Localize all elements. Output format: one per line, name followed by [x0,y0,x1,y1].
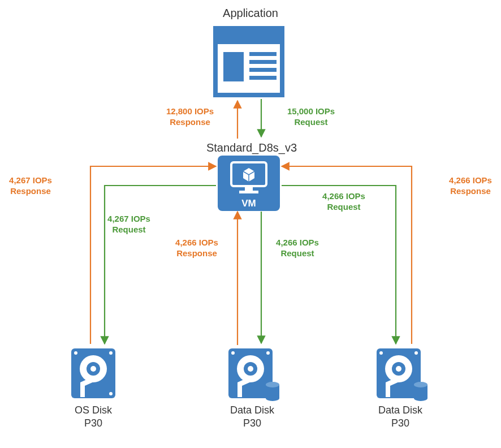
svg-rect-8 [249,60,277,64]
data-disk-1-label: Data Disk P30 [218,404,286,429]
data2-response-label: 4,266 IOPsResponse [442,175,499,197]
app-request-label: 15,000 IOPsRequest [277,106,345,128]
os-disk-icon [68,345,119,404]
svg-rect-7 [249,52,277,56]
application-icon [212,25,286,101]
svg-point-28 [248,366,253,372]
svg-point-41 [379,351,383,355]
osdisk-response-label: 4,267 IOPsResponse [2,175,59,197]
svg-point-46 [414,382,427,387]
data2-request-label: 4,266 IOPsRequest [316,191,372,213]
svg-point-22 [74,351,77,355]
svg-point-42 [414,351,418,355]
svg-rect-13 [245,186,253,191]
vm-icon: VM [218,156,280,213]
svg-point-24 [109,392,113,395]
svg-point-30 [231,351,235,355]
data-disk-2-label: Data Disk P30 [366,404,434,429]
svg-rect-6 [223,52,244,81]
osdisk-request-label: 4,267 IOPsRequest [101,214,157,235]
vm-title: Standard_D8s_v3 [201,141,303,154]
svg-point-20 [90,366,96,372]
svg-point-39 [396,366,401,372]
data1-request-label: 4,266 IOPsRequest [269,238,326,259]
svg-point-31 [266,351,270,355]
application-title: Application [214,7,287,20]
svg-point-34 [266,395,279,401]
vm-caption: VM [241,198,256,209]
app-response-label: 12,800 IOPsResponse [156,106,224,128]
os-disk-label: OS Disk P30 [62,404,124,429]
data1-response-label: 4,266 IOPsResponse [169,238,225,259]
data-disk-2-icon [373,345,430,404]
data-disk-1-icon [225,345,282,404]
svg-point-23 [109,351,113,355]
svg-rect-10 [249,76,277,80]
svg-point-35 [266,382,279,387]
svg-rect-14 [239,191,258,193]
svg-rect-9 [249,68,277,72]
svg-rect-5 [215,28,282,44]
svg-point-45 [414,395,427,401]
